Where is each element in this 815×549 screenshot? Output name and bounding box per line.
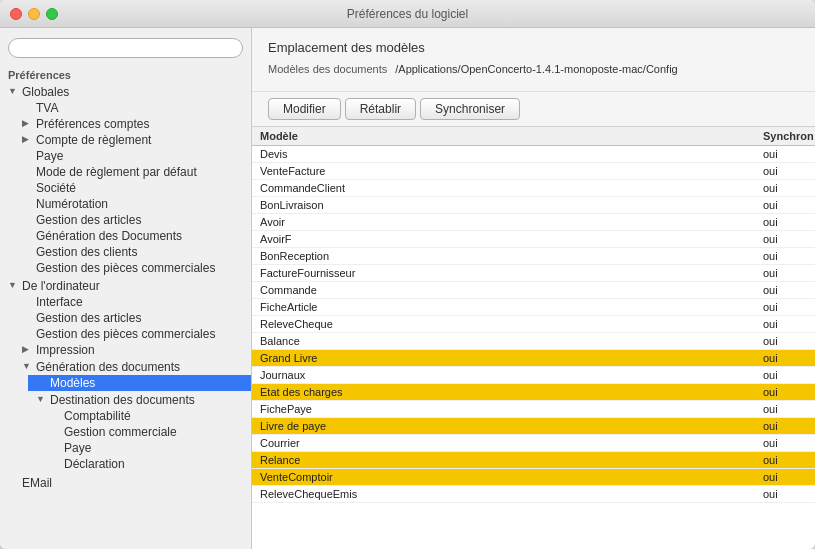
table-row[interactable]: FichePayeoui [252,401,815,418]
cell-sync: oui [755,146,815,163]
content-area: ▾ Préférences Globales TVA [0,28,815,549]
table-row[interactable]: AvoirFoui [252,231,815,248]
sidebar-item-gestion-clients[interactable]: Gestion des clients [14,244,251,260]
sidebar-item-ordinateur-label[interactable]: De l'ordinateur [0,278,251,294]
cell-model-name: Commande [252,282,755,299]
expand-icon-globales [8,86,20,98]
table-row[interactable]: Balanceoui [252,333,815,350]
globales-text: Globales [22,85,69,99]
minimize-button[interactable] [28,8,40,20]
leaf-icon [22,214,34,226]
sidebar-item-gestion-commerciale[interactable]: Gestion commerciale [42,424,251,440]
table-row[interactable]: ReleveChequeoui [252,316,815,333]
col-header-modele: Modèle [252,127,755,146]
leaf-icon [22,328,34,340]
leaf-icon [22,182,34,194]
sidebar-item-preferences-comptes[interactable]: Préférences comptes [14,116,251,132]
modifier-button[interactable]: Modifier [268,98,341,120]
table-row[interactable]: CommandeClientoui [252,180,815,197]
sidebar-item-gestion-articles[interactable]: Gestion des articles [14,212,251,228]
table-row[interactable]: Relanceoui [252,452,815,469]
synchroniser-button[interactable]: Synchroniser [420,98,520,120]
cell-model-name: FactureFournisseur [252,265,755,282]
cell-sync: oui [755,231,815,248]
leaf-icon [22,150,34,162]
cell-model-name: Balance [252,333,755,350]
table-row[interactable]: Courrieroui [252,435,815,452]
table-row[interactable]: Devisoui [252,146,815,163]
table-row[interactable]: ReleveChequeEmisoui [252,486,815,503]
cell-sync: oui [755,486,815,503]
sidebar-item-mode-reglement[interactable]: Mode de règlement par défaut [14,164,251,180]
maximize-button[interactable] [46,8,58,20]
leaf-icon [50,426,62,438]
table-row[interactable]: Commandeoui [252,282,815,299]
table-row[interactable]: VenteFactureoui [252,163,815,180]
sidebar-item-modeles[interactable]: Modèles [28,375,251,391]
cell-sync: oui [755,197,815,214]
cell-model-name: BonLivraison [252,197,755,214]
cell-model-name: VenteFacture [252,163,755,180]
sidebar-item-gestion-pieces-ord[interactable]: Gestion des pièces commerciales [14,326,251,342]
leaf-icon [22,166,34,178]
sidebar-item-destination-label[interactable]: Destination des documents [28,392,251,408]
table-row[interactable]: Avoiroui [252,214,815,231]
cell-model-name: CommandeClient [252,180,755,197]
traffic-lights [10,8,58,20]
cell-model-name: Devis [252,146,755,163]
cell-model-name: Grand Livre [252,350,755,367]
sidebar-item-impression[interactable]: Impression [14,342,251,358]
window-title: Préférences du logiciel [347,7,468,21]
cell-sync: oui [755,316,815,333]
leaf-icon [22,198,34,210]
sidebar-item-email[interactable]: EMail [0,475,251,491]
sidebar-item-compte-reglement[interactable]: Compte de règlement [14,132,251,148]
search-input[interactable] [8,38,243,58]
table-row[interactable]: VenteComptoiroui [252,469,815,486]
table-row[interactable]: Etat des chargesoui [252,384,815,401]
cell-sync: oui [755,299,815,316]
table-row[interactable]: Journauxoui [252,367,815,384]
cell-sync: oui [755,469,815,486]
table-row[interactable]: BonLivraisonoui [252,197,815,214]
sidebar-item-numerotation[interactable]: Numérotation [14,196,251,212]
expand-icon [22,118,34,130]
cell-model-name: BonReception [252,248,755,265]
leaf-icon [36,377,48,389]
table-row[interactable]: FactureFournisseuroui [252,265,815,282]
expand-icon-destination [36,394,48,406]
expand-icon [22,344,34,356]
table-row[interactable]: BonReceptionoui [252,248,815,265]
sidebar-item-tva[interactable]: TVA [14,100,251,116]
cell-model-name: Relance [252,452,755,469]
close-button[interactable] [10,8,22,20]
sidebar-item-paye[interactable]: Paye [14,148,251,164]
table-row[interactable]: FicheArticleoui [252,299,815,316]
main-panel: Emplacement des modèles Modèles des docu… [252,28,815,549]
window: Préférences du logiciel ▾ Préférences Gl… [0,0,815,549]
sidebar-item-ordinateur: De l'ordinateur Interface Gestion des ar… [0,277,251,475]
cell-sync: oui [755,384,815,401]
sidebar-item-paye-dest[interactable]: Paye [42,440,251,456]
cell-model-name: Journaux [252,367,755,384]
table-row[interactable]: Livre de payeoui [252,418,815,435]
sidebar-item-generation-docs[interactable]: Génération des Documents [14,228,251,244]
sidebar-item-declaration[interactable]: Déclaration [42,456,251,472]
sidebar-item-gestion-pieces[interactable]: Gestion des pièces commerciales [14,260,251,276]
expand-icon [22,134,34,146]
sidebar-item-comptabilite[interactable]: Comptabilité [42,408,251,424]
search-container: ▾ [0,34,251,62]
cell-sync: oui [755,214,815,231]
sidebar-item-globales-label[interactable]: Globales [0,84,251,100]
sidebar-item-interface[interactable]: Interface [14,294,251,310]
sidebar-item-societe[interactable]: Société [14,180,251,196]
retablir-button[interactable]: Rétablir [345,98,416,120]
path-row: Modèles des documents /Applications/Open… [268,63,799,75]
expand-icon-ordinateur [8,280,20,292]
sidebar-item-generation-label[interactable]: Génération des documents [14,359,251,375]
sidebar-item-gestion-articles-ord[interactable]: Gestion des articles [14,310,251,326]
table-row[interactable]: Grand Livreoui [252,350,815,367]
cell-sync: oui [755,452,815,469]
cell-sync: oui [755,401,815,418]
table-body: DevisouiVenteFactureouiCommandeClientoui… [252,146,815,503]
